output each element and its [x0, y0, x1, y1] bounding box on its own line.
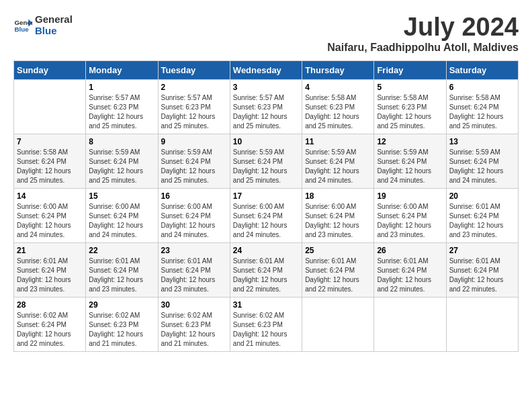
logo: General Blue General Blue	[13, 13, 73, 36]
calendar-cell: 22 Sunrise: 6:01 AMSunset: 6:24 PMDaylig…	[86, 242, 158, 297]
day-number: 16	[161, 191, 227, 201]
logo-text-blue: Blue	[35, 25, 73, 36]
day-info: Sunrise: 6:00 AMSunset: 6:24 PMDaylight:…	[17, 203, 71, 238]
day-info: Sunrise: 5:58 AMSunset: 6:23 PMDaylight:…	[305, 94, 359, 130]
day-number: 25	[305, 246, 371, 255]
calendar-cell	[302, 297, 374, 351]
day-info: Sunrise: 5:58 AMSunset: 6:24 PMDaylight:…	[17, 148, 71, 184]
day-number: 2	[161, 83, 227, 92]
day-number: 17	[233, 191, 299, 201]
calendar-table: SundayMondayTuesdayWednesdayThursdayFrid…	[13, 60, 519, 352]
calendar-cell: 14 Sunrise: 6:00 AMSunset: 6:24 PMDaylig…	[14, 188, 86, 242]
header-row: SundayMondayTuesdayWednesdayThursdayFrid…	[14, 60, 519, 79]
location-title: Naifaru, Faadhippolhu Atoll, Maldives	[327, 42, 519, 54]
day-info: Sunrise: 6:01 AMSunset: 6:24 PMDaylight:…	[377, 257, 431, 293]
calendar-cell: 1 Sunrise: 5:57 AMSunset: 6:23 PMDayligh…	[86, 79, 158, 134]
calendar-cell: 21 Sunrise: 6:01 AMSunset: 6:24 PMDaylig…	[14, 242, 86, 297]
calendar-cell	[14, 79, 86, 134]
day-number: 13	[449, 137, 515, 146]
day-info: Sunrise: 6:00 AMSunset: 6:24 PMDaylight:…	[305, 203, 359, 238]
day-number: 21	[17, 246, 83, 255]
day-info: Sunrise: 6:01 AMSunset: 6:24 PMDaylight:…	[305, 257, 359, 293]
day-number: 31	[233, 300, 299, 310]
day-number: 9	[161, 137, 227, 146]
day-info: Sunrise: 5:59 AMSunset: 6:24 PMDaylight:…	[233, 148, 287, 184]
calendar-cell	[446, 297, 518, 351]
day-number: 4	[305, 83, 371, 92]
day-info: Sunrise: 6:02 AMSunset: 6:24 PMDaylight:…	[17, 312, 71, 347]
day-number: 30	[161, 300, 227, 310]
day-number: 26	[377, 246, 443, 255]
calendar-cell: 7 Sunrise: 5:58 AMSunset: 6:24 PMDayligh…	[14, 134, 86, 188]
calendar-cell: 2 Sunrise: 5:57 AMSunset: 6:23 PMDayligh…	[158, 79, 230, 134]
day-info: Sunrise: 6:02 AMSunset: 6:23 PMDaylight:…	[89, 312, 143, 347]
calendar-cell: 4 Sunrise: 5:58 AMSunset: 6:23 PMDayligh…	[302, 79, 374, 134]
day-number: 5	[377, 83, 443, 92]
calendar-cell: 28 Sunrise: 6:02 AMSunset: 6:24 PMDaylig…	[14, 297, 86, 351]
day-info: Sunrise: 5:57 AMSunset: 6:23 PMDaylight:…	[233, 94, 287, 130]
day-number: 12	[377, 137, 443, 146]
day-number: 1	[89, 83, 154, 92]
day-number: 3	[233, 83, 299, 92]
day-info: Sunrise: 5:59 AMSunset: 6:24 PMDaylight:…	[89, 148, 143, 184]
day-number: 7	[17, 137, 83, 146]
header-cell-thursday: Thursday	[302, 60, 374, 79]
day-info: Sunrise: 6:01 AMSunset: 6:24 PMDaylight:…	[449, 203, 504, 238]
calendar-cell: 9 Sunrise: 5:59 AMSunset: 6:24 PMDayligh…	[158, 134, 230, 188]
calendar-cell: 31 Sunrise: 6:02 AMSunset: 6:23 PMDaylig…	[230, 297, 302, 351]
day-info: Sunrise: 5:59 AMSunset: 6:24 PMDaylight:…	[377, 148, 431, 184]
calendar-cell: 29 Sunrise: 6:02 AMSunset: 6:23 PMDaylig…	[86, 297, 158, 351]
header-cell-sunday: Sunday	[14, 60, 86, 79]
page-header: General Blue General Blue July 2024 Naif…	[13, 13, 519, 54]
logo-icon: General Blue	[13, 15, 32, 34]
day-number: 23	[161, 246, 227, 255]
day-info: Sunrise: 6:01 AMSunset: 6:24 PMDaylight:…	[17, 257, 71, 293]
month-title: July 2024	[327, 13, 519, 42]
day-number: 14	[17, 191, 83, 201]
day-info: Sunrise: 6:01 AMSunset: 6:24 PMDaylight:…	[89, 257, 143, 293]
day-info: Sunrise: 6:00 AMSunset: 6:24 PMDaylight:…	[233, 203, 287, 238]
day-info: Sunrise: 6:02 AMSunset: 6:23 PMDaylight:…	[161, 312, 216, 347]
calendar-cell: 13 Sunrise: 5:59 AMSunset: 6:24 PMDaylig…	[446, 134, 518, 188]
calendar-cell: 24 Sunrise: 6:01 AMSunset: 6:24 PMDaylig…	[230, 242, 302, 297]
calendar-cell: 3 Sunrise: 5:57 AMSunset: 6:23 PMDayligh…	[230, 79, 302, 134]
day-number: 6	[449, 83, 515, 92]
calendar-cell: 16 Sunrise: 6:00 AMSunset: 6:24 PMDaylig…	[158, 188, 230, 242]
day-info: Sunrise: 5:58 AMSunset: 6:24 PMDaylight:…	[449, 94, 504, 130]
calendar-cell: 12 Sunrise: 5:59 AMSunset: 6:24 PMDaylig…	[374, 134, 446, 188]
header-cell-friday: Friday	[374, 60, 446, 79]
calendar-cell: 15 Sunrise: 6:00 AMSunset: 6:24 PMDaylig…	[86, 188, 158, 242]
day-info: Sunrise: 5:57 AMSunset: 6:23 PMDaylight:…	[161, 94, 216, 130]
day-info: Sunrise: 5:58 AMSunset: 6:23 PMDaylight:…	[377, 94, 431, 130]
day-number: 10	[233, 137, 299, 146]
header-cell-saturday: Saturday	[446, 60, 518, 79]
day-number: 20	[449, 191, 515, 201]
day-number: 22	[89, 246, 154, 255]
calendar-cell: 6 Sunrise: 5:58 AMSunset: 6:24 PMDayligh…	[446, 79, 518, 134]
day-info: Sunrise: 6:00 AMSunset: 6:24 PMDaylight:…	[161, 203, 216, 238]
week-row-5: 28 Sunrise: 6:02 AMSunset: 6:24 PMDaylig…	[14, 297, 519, 351]
week-row-4: 21 Sunrise: 6:01 AMSunset: 6:24 PMDaylig…	[14, 242, 519, 297]
day-number: 27	[449, 246, 515, 255]
day-info: Sunrise: 6:00 AMSunset: 6:24 PMDaylight:…	[89, 203, 143, 238]
day-number: 8	[89, 137, 154, 146]
day-number: 29	[89, 300, 154, 310]
day-info: Sunrise: 5:59 AMSunset: 6:24 PMDaylight:…	[161, 148, 216, 184]
calendar-cell: 23 Sunrise: 6:01 AMSunset: 6:24 PMDaylig…	[158, 242, 230, 297]
header-cell-tuesday: Tuesday	[158, 60, 230, 79]
day-number: 24	[233, 246, 299, 255]
day-info: Sunrise: 6:01 AMSunset: 6:24 PMDaylight:…	[161, 257, 216, 293]
calendar-cell: 26 Sunrise: 6:01 AMSunset: 6:24 PMDaylig…	[374, 242, 446, 297]
day-info: Sunrise: 6:01 AMSunset: 6:24 PMDaylight:…	[233, 257, 287, 293]
day-info: Sunrise: 6:01 AMSunset: 6:24 PMDaylight:…	[449, 257, 504, 293]
logo-text-general: General	[35, 13, 73, 25]
calendar-cell: 8 Sunrise: 5:59 AMSunset: 6:24 PMDayligh…	[86, 134, 158, 188]
calendar-cell: 19 Sunrise: 6:00 AMSunset: 6:24 PMDaylig…	[374, 188, 446, 242]
header-cell-monday: Monday	[86, 60, 158, 79]
day-info: Sunrise: 5:59 AMSunset: 6:24 PMDaylight:…	[305, 148, 359, 184]
calendar-cell: 11 Sunrise: 5:59 AMSunset: 6:24 PMDaylig…	[302, 134, 374, 188]
calendar-cell: 10 Sunrise: 5:59 AMSunset: 6:24 PMDaylig…	[230, 134, 302, 188]
day-number: 19	[377, 191, 443, 201]
day-info: Sunrise: 6:02 AMSunset: 6:23 PMDaylight:…	[233, 312, 287, 347]
day-number: 11	[305, 137, 371, 146]
